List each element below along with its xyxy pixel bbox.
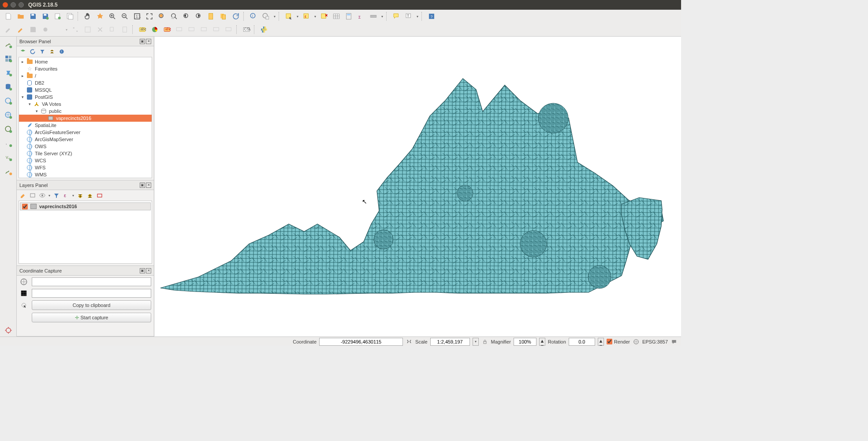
expand-all-icon[interactable]	[77, 192, 84, 199]
crs-label[interactable]: EPSG:3857	[642, 339, 668, 344]
copy-button[interactable]	[107, 24, 118, 35]
browser-item-wfs[interactable]: WFS	[19, 164, 152, 171]
layers-list[interactable]: vaprecincts2016	[19, 201, 152, 264]
select-by-expression-button[interactable]: ε	[301, 11, 312, 22]
browser-item-tile-server--xyz-[interactable]: Tile Server (XYZ)	[19, 150, 152, 157]
remove-layer-icon[interactable]	[96, 192, 103, 199]
open-attribute-table-button[interactable]	[331, 11, 342, 22]
lock-scale-icon[interactable]	[481, 338, 488, 345]
show-bookmarks-button[interactable]	[218, 11, 229, 22]
dropdown-arrow[interactable]: ▾	[272, 15, 277, 19]
coordinate-capture-header[interactable]: Coordinate Capture ▣✕	[17, 266, 154, 276]
browser-item-public[interactable]: ▾public	[19, 108, 152, 115]
style-icon[interactable]	[19, 192, 26, 199]
add-wms-layer-button[interactable]	[2, 95, 15, 107]
zoom-in-button[interactable]	[107, 11, 118, 22]
add-delimited-text-layer-button[interactable]: ,	[2, 137, 15, 149]
crs-selector-icon[interactable]	[19, 277, 28, 286]
browser-item-ows[interactable]: OWS	[19, 143, 152, 150]
scale-dropdown-button[interactable]: ▾	[473, 338, 479, 346]
browser-item-va-votes[interactable]: ▾VA Votes	[19, 101, 152, 108]
dropdown-arrow[interactable]: ▾	[64, 28, 69, 32]
deselect-all-button[interactable]	[318, 11, 330, 22]
refresh-icon[interactable]	[29, 48, 36, 55]
pan-to-selection-button[interactable]	[94, 11, 106, 22]
pan-button[interactable]	[82, 11, 93, 22]
browser-tree[interactable]: ▸Home☆Favourites▸/DB2MSSQL▾PostGIS▾VA Vo…	[19, 57, 152, 178]
panel-float-button[interactable]: ▣	[140, 268, 145, 273]
identify-results-button[interactable]	[260, 11, 272, 22]
collapse-all-icon[interactable]	[48, 48, 56, 55]
label-highlight-button[interactable]: abc	[161, 24, 173, 35]
layers-panel-header[interactable]: Layers Panel ▣✕	[17, 180, 154, 190]
field-calculator-button[interactable]	[343, 11, 354, 22]
browser-item-favourites[interactable]: ☆Favourites	[19, 65, 152, 72]
rotation-spinner[interactable]: ▲▼	[598, 338, 604, 346]
browser-item-wms[interactable]: WMS	[19, 171, 152, 178]
add-spatialite-layer-button[interactable]	[2, 67, 15, 79]
map-tips-button[interactable]	[391, 11, 402, 22]
browser-item-wcs[interactable]: WCS	[19, 157, 152, 164]
browser-item-arcgismapserver[interactable]: ArcGisMapServer	[19, 136, 152, 143]
dropdown-arrow[interactable]: ▾	[380, 15, 384, 19]
zoom-to-selection-button[interactable]	[156, 11, 168, 22]
window-maximize-button[interactable]	[19, 2, 24, 7]
cut-button[interactable]	[94, 24, 106, 35]
diagram-button[interactable]	[149, 24, 160, 35]
toggle-extents-icon[interactable]	[406, 338, 413, 345]
zoom-out-button[interactable]	[119, 11, 130, 22]
change-label-button[interactable]	[223, 24, 235, 35]
browser-panel-header[interactable]: Browser Panel ▣✕	[17, 37, 154, 46]
coordinate-capture-icon[interactable]	[2, 324, 15, 336]
delete-selected-button[interactable]	[82, 24, 93, 35]
browser-item-home[interactable]: ▸Home	[19, 58, 152, 65]
tracking-icon[interactable]	[19, 301, 28, 310]
captured-crs-coordinate-input[interactable]	[32, 277, 151, 286]
identify-button[interactable]: i	[248, 11, 259, 22]
captured-canvas-coordinate-input[interactable]	[32, 289, 151, 298]
edit-pencil-button[interactable]	[15, 24, 26, 35]
csw-button[interactable]: CSW	[241, 24, 252, 35]
window-minimize-button[interactable]	[11, 2, 16, 7]
expression-filter-icon[interactable]: ε	[63, 192, 70, 199]
map-canvas[interactable]: ↖	[154, 37, 681, 336]
node-tool-button[interactable]	[70, 24, 81, 35]
panel-close-button[interactable]: ✕	[146, 183, 151, 188]
zoom-last-button[interactable]	[181, 11, 192, 22]
pin-labels-button[interactable]	[174, 24, 185, 35]
start-capture-button[interactable]: ✛ Start capture	[32, 313, 151, 322]
render-checkbox[interactable]: Render	[607, 339, 630, 344]
toggle-editing-button[interactable]	[3, 24, 14, 35]
help-button[interactable]: ?	[426, 11, 437, 22]
new-bookmark-button[interactable]	[205, 11, 217, 22]
copy-to-clipboard-button[interactable]: Copy to clipboard	[32, 300, 151, 310]
save-edits-button[interactable]	[27, 24, 39, 35]
measure-button[interactable]	[368, 11, 379, 22]
browser-item-spatialite[interactable]: SpatiaLite	[19, 122, 152, 129]
dropdown-arrow[interactable]: ▾	[313, 15, 317, 19]
crs-icon[interactable]	[633, 338, 640, 345]
visibility-icon[interactable]	[39, 192, 46, 199]
new-project-button[interactable]	[3, 11, 14, 22]
browser-item--[interactable]: ▸/	[19, 72, 152, 79]
collapse-all-icon[interactable]	[86, 192, 93, 199]
browser-item-arcgisfeatureserver[interactable]: ArcGisFeatureServer	[19, 129, 152, 136]
panel-close-button[interactable]: ✕	[146, 268, 151, 273]
layer-visibility-checkbox[interactable]	[22, 204, 28, 209]
rotation-input[interactable]	[569, 338, 595, 346]
magnifier-input[interactable]	[514, 338, 536, 346]
refresh-button[interactable]	[230, 11, 242, 22]
panel-close-button[interactable]: ✕	[146, 39, 151, 44]
add-postgis-layer-button[interactable]	[2, 81, 15, 93]
add-feature-button[interactable]	[40, 24, 51, 35]
select-features-button[interactable]	[283, 11, 294, 22]
python-console-button[interactable]	[258, 24, 270, 35]
browser-item-mssql[interactable]: MSSQL	[19, 86, 152, 93]
panel-float-button[interactable]: ▣	[140, 39, 145, 44]
move-feature-button[interactable]	[52, 24, 63, 35]
add-wcs-layer-button[interactable]	[2, 109, 15, 121]
add-group-icon[interactable]	[29, 192, 36, 199]
dropdown-arrow[interactable]: ▾	[295, 15, 300, 19]
move-label-button[interactable]	[198, 24, 210, 35]
open-project-button[interactable]	[15, 11, 26, 22]
